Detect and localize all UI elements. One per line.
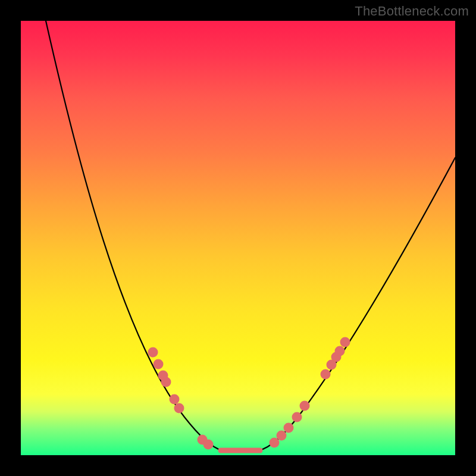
plot-area [21, 21, 455, 455]
dots-right [270, 337, 350, 448]
data-dot [284, 423, 294, 433]
data-dot [340, 337, 350, 347]
data-dot [161, 377, 171, 387]
right-curve [259, 158, 455, 450]
data-dot [277, 431, 287, 441]
data-dot [154, 359, 164, 369]
data-dot [321, 369, 331, 380]
data-dot [300, 401, 310, 411]
data-dot [335, 346, 345, 356]
left-curve [46, 21, 222, 450]
data-dot [292, 412, 302, 422]
data-dot [174, 403, 184, 414]
data-dot [148, 347, 158, 358]
chart-stage: TheBottleneck.com [0, 0, 476, 476]
watermark-text: TheBottleneck.com [355, 4, 469, 19]
data-dot [270, 438, 280, 448]
data-dot [203, 440, 214, 450]
chart-svg [21, 21, 455, 455]
data-dot [170, 394, 180, 405]
dots-left [148, 347, 214, 450]
